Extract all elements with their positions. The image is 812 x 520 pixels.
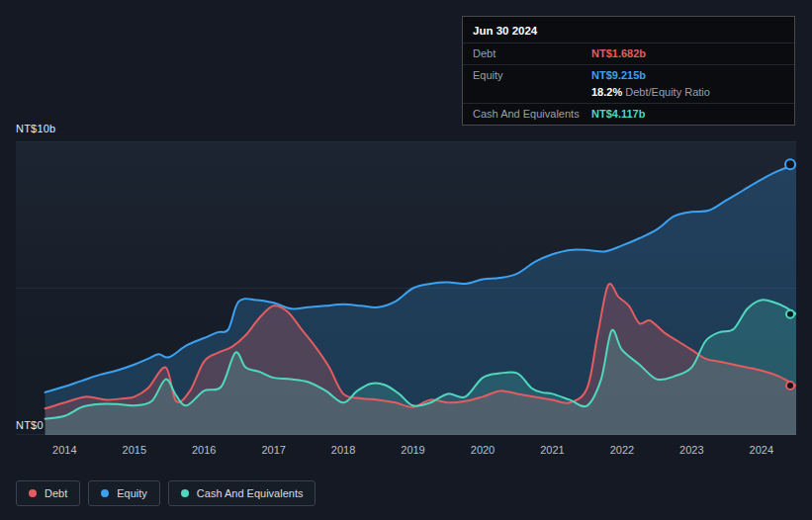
- legend-item-label: Cash And Equivalents: [197, 487, 304, 499]
- x-axis-tick: 2016: [192, 444, 216, 456]
- legend-item-debt[interactable]: Debt: [16, 480, 80, 506]
- legend-item-equity[interactable]: Equity: [88, 480, 160, 506]
- equity-series-dot-icon: [101, 489, 109, 497]
- x-axis-tick: 2017: [261, 444, 285, 456]
- chart-tooltip: Jun 30 2024 Debt NT$1.682b Equity NT$9.2…: [462, 16, 795, 126]
- x-axis-tick: 2018: [331, 444, 355, 456]
- chart-canvas[interactable]: [16, 141, 796, 435]
- tooltip-row-equity: Equity NT$9.215b: [463, 64, 794, 86]
- x-axis-tick: 2019: [401, 444, 424, 456]
- legend-item-cash[interactable]: Cash And Equivalents: [168, 480, 316, 506]
- tooltip-equity-label: Equity: [473, 69, 591, 81]
- tooltip-cash-value: NT$4.117b: [591, 108, 784, 120]
- tooltip-row-ratio: 18.2% Debt/Equity Ratio: [463, 86, 794, 103]
- cash-series-dot-icon: [181, 489, 189, 497]
- series-end-marker: [786, 382, 794, 390]
- chart-legend: Debt Equity Cash And Equivalents: [16, 480, 316, 506]
- series-end-marker: [785, 159, 795, 169]
- legend-item-label: Debt: [45, 487, 67, 499]
- debt-equity-history-panel: NT$10b NT$0 2014201520162017201820192020…: [0, 0, 812, 520]
- y-axis-label-max: NT$10b: [16, 123, 55, 134]
- x-axis: 2014201520162017201820192020202120222023…: [0, 444, 812, 458]
- tooltip-cash-label: Cash And Equivalents: [473, 108, 591, 120]
- tooltip-ratio-value: 18.2%: [591, 86, 622, 98]
- x-axis-tick: 2023: [679, 444, 703, 456]
- x-axis-tick: 2020: [471, 444, 495, 456]
- x-axis-tick: 2022: [610, 444, 634, 456]
- tooltip-equity-value: NT$9.215b: [591, 69, 784, 81]
- x-axis-tick: 2021: [540, 444, 564, 456]
- tooltip-row-debt: Debt NT$1.682b: [463, 43, 794, 64]
- tooltip-debt-value: NT$1.682b: [591, 47, 784, 59]
- x-axis-tick: 2015: [123, 444, 146, 456]
- tooltip-debt-label: Debt: [473, 47, 591, 59]
- tooltip-ratio-label: Debt/Equity Ratio: [625, 86, 710, 98]
- tooltip-ratio: 18.2% Debt/Equity Ratio: [591, 86, 784, 98]
- debt-series-dot-icon: [29, 489, 37, 497]
- tooltip-date: Jun 30 2024: [463, 17, 794, 43]
- x-axis-tick: 2024: [750, 444, 773, 456]
- tooltip-row-cash: Cash And Equivalents NT$4.117b: [463, 103, 794, 125]
- legend-item-label: Equity: [117, 487, 147, 499]
- series-end-marker: [786, 310, 794, 318]
- x-axis-tick: 2014: [52, 444, 76, 456]
